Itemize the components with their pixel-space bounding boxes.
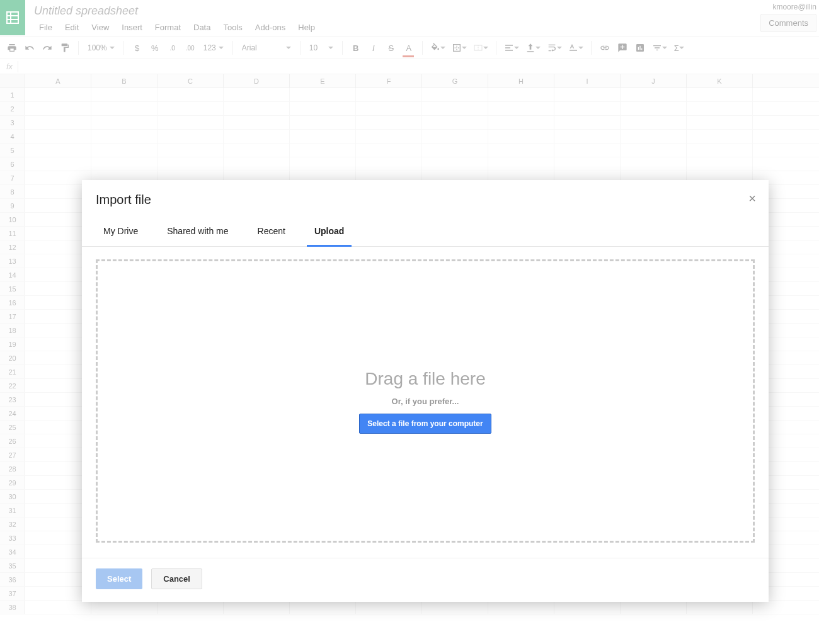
cell[interactable] (158, 88, 224, 101)
cell[interactable] (224, 130, 290, 143)
cell[interactable] (554, 102, 621, 115)
tab-shared-with-me[interactable]: Shared with me (159, 222, 236, 246)
tab-my-drive[interactable]: My Drive (96, 222, 146, 246)
row-header[interactable]: 37 (0, 587, 25, 600)
col-header[interactable]: D (224, 74, 290, 88)
cell[interactable] (91, 88, 158, 101)
row-header[interactable]: 28 (0, 462, 25, 475)
row-header[interactable]: 7 (0, 171, 25, 184)
cell[interactable] (422, 144, 488, 157)
cell[interactable] (25, 601, 91, 614)
cell[interactable] (91, 157, 158, 171)
col-header[interactable]: E (290, 74, 356, 88)
cell[interactable] (554, 116, 621, 129)
cell[interactable] (422, 116, 488, 129)
increase-decimal-icon[interactable]: .00 (182, 40, 198, 56)
menu-tools[interactable]: Tools (218, 20, 247, 35)
cell[interactable] (488, 601, 554, 614)
row-header[interactable]: 10 (0, 213, 25, 226)
paint-format-icon[interactable] (57, 40, 73, 56)
row-header[interactable]: 24 (0, 407, 25, 420)
cell[interactable] (290, 102, 356, 115)
cell[interactable] (422, 102, 488, 115)
cell[interactable] (25, 88, 91, 101)
menu-edit[interactable]: Edit (60, 20, 84, 35)
row-header[interactable]: 38 (0, 601, 25, 614)
cell[interactable] (621, 601, 687, 614)
row-header[interactable]: 13 (0, 254, 25, 268)
cell[interactable] (25, 116, 91, 129)
row-header[interactable]: 14 (0, 268, 25, 281)
select-all-corner[interactable] (0, 74, 25, 88)
row-header[interactable]: 33 (0, 531, 25, 545)
row-header[interactable]: 26 (0, 434, 25, 448)
cell[interactable] (290, 157, 356, 171)
insert-comment-icon[interactable] (614, 40, 631, 56)
cell[interactable] (621, 157, 687, 171)
row-header[interactable]: 27 (0, 448, 25, 461)
merge-cells-icon[interactable] (471, 40, 491, 56)
col-header[interactable]: G (422, 74, 488, 88)
cell[interactable] (554, 88, 621, 101)
row-header[interactable]: 18 (0, 324, 25, 337)
cell[interactable] (290, 601, 356, 614)
percent-icon[interactable]: % (147, 40, 163, 56)
col-header[interactable]: J (621, 74, 687, 88)
cell[interactable] (488, 102, 554, 115)
font-size-dropdown[interactable]: 10 (306, 40, 337, 56)
cell[interactable] (554, 144, 621, 157)
cell[interactable] (158, 144, 224, 157)
row-header[interactable]: 2 (0, 102, 25, 115)
row-header[interactable]: 32 (0, 517, 25, 531)
functions-icon[interactable]: Σ (671, 40, 687, 56)
col-header[interactable]: I (554, 74, 621, 88)
cell[interactable] (554, 157, 621, 171)
menu-data[interactable]: Data (188, 20, 215, 35)
menu-insert[interactable]: Insert (117, 20, 147, 35)
row-header[interactable]: 22 (0, 379, 25, 392)
cell[interactable] (158, 102, 224, 115)
select-button[interactable]: Select (96, 568, 142, 589)
menu-help[interactable]: Help (293, 20, 320, 35)
row-header[interactable]: 29 (0, 476, 25, 489)
user-email[interactable]: kmoore@illin (772, 3, 816, 11)
menu-file[interactable]: File (34, 20, 57, 35)
cell[interactable] (687, 144, 753, 157)
redo-icon[interactable] (39, 40, 55, 56)
borders-icon[interactable] (449, 40, 469, 56)
cell[interactable] (224, 102, 290, 115)
cell[interactable] (224, 116, 290, 129)
cell[interactable] (687, 130, 753, 143)
row-header[interactable]: 16 (0, 296, 25, 309)
cell[interactable] (554, 130, 621, 143)
cell[interactable] (91, 130, 158, 143)
cell[interactable] (25, 130, 91, 143)
cell[interactable] (91, 116, 158, 129)
row-header[interactable]: 36 (0, 573, 25, 586)
cell[interactable] (422, 157, 488, 171)
row-header[interactable]: 20 (0, 351, 25, 364)
fill-color-icon[interactable] (428, 40, 448, 56)
cell[interactable] (488, 116, 554, 129)
insert-chart-icon[interactable] (632, 40, 648, 56)
row-header[interactable]: 3 (0, 116, 25, 129)
text-wrap-icon[interactable] (544, 40, 564, 56)
cell[interactable] (356, 601, 422, 614)
col-header[interactable]: B (91, 74, 158, 88)
number-format-dropdown[interactable]: 123 (200, 40, 227, 56)
select-file-button[interactable]: Select a file from your computer (359, 414, 491, 434)
cell[interactable] (91, 144, 158, 157)
cell[interactable] (356, 102, 422, 115)
row-header[interactable]: 15 (0, 282, 25, 295)
cell[interactable] (356, 130, 422, 143)
row-header[interactable]: 19 (0, 337, 25, 351)
vertical-align-icon[interactable] (523, 40, 543, 56)
menu-add-ons[interactable]: Add-ons (250, 20, 290, 35)
cell[interactable] (621, 130, 687, 143)
currency-icon[interactable]: $ (129, 40, 146, 56)
undo-icon[interactable] (21, 40, 38, 56)
row-header[interactable]: 30 (0, 490, 25, 503)
row-header[interactable]: 17 (0, 310, 25, 323)
text-color-icon[interactable]: A (401, 40, 417, 56)
sheets-logo[interactable] (0, 0, 25, 35)
